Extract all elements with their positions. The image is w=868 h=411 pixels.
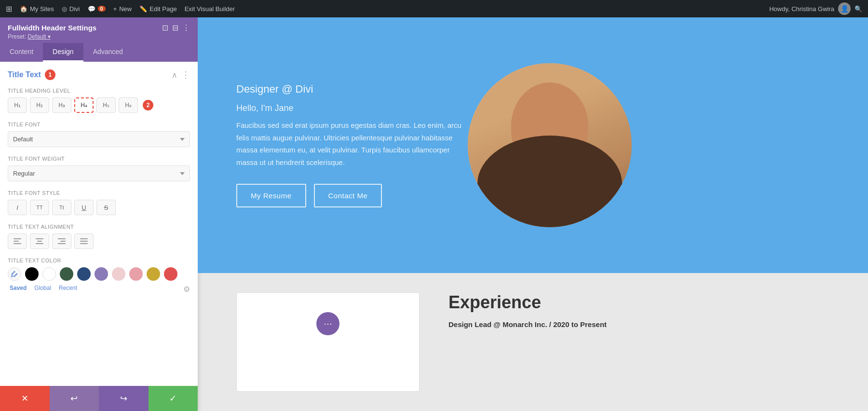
heading-h4-button[interactable]: H₄ (74, 97, 94, 113)
align-left-button[interactable] (8, 233, 27, 249)
align-center-icon (36, 238, 43, 244)
panel-header: Fullwidth Header Settings ⊡ ⊟ ⋮ Preset: … (0, 17, 198, 43)
title-font-style-label: Title Font Style (8, 190, 190, 196)
color-swatch-navy[interactable] (77, 267, 91, 281)
hero-name: Hello, I'm Jane (236, 103, 468, 113)
new-button[interactable]: + New (113, 5, 132, 13)
panel-footer: ✕ ↩ ↪ ✓ (0, 386, 198, 411)
color-swatch-gold[interactable] (147, 267, 160, 281)
title-font-weight-label: Title Font Weight (8, 156, 190, 162)
admin-bar-right: Howdy, Christina Gwira 👤 🔍 (769, 2, 862, 15)
saved-colors[interactable]: Saved (10, 285, 27, 294)
align-justify-icon (80, 238, 88, 244)
color-swatch-red[interactable] (164, 267, 177, 281)
search-icon[interactable]: 🔍 (854, 5, 862, 13)
panel-title: Fullwidth Header Settings (8, 24, 96, 32)
align-right-icon (58, 238, 66, 244)
style-buttons: I TT Tt U S (8, 200, 190, 215)
title-font-group: Title Font Default (8, 122, 190, 147)
resume-button[interactable]: My Resume (236, 184, 306, 207)
contact-button[interactable]: Contact Me (314, 184, 382, 207)
heading-h3-button[interactable]: H₃ (52, 97, 71, 113)
color-swatch-white[interactable] (42, 267, 56, 281)
cancel-icon: ✕ (21, 393, 28, 404)
badge-2: 2 (143, 100, 153, 110)
tab-advanced[interactable]: Advanced (83, 43, 133, 62)
options-icon[interactable]: ⋮ (181, 69, 190, 80)
more-icon[interactable]: ⋮ (182, 23, 190, 32)
save-button[interactable]: ✓ (149, 386, 198, 411)
redo-icon: ↪ (120, 393, 127, 404)
hero-buttons: My Resume Contact Me (236, 184, 468, 207)
recent-colors[interactable]: Recent (59, 285, 77, 294)
collapse-icon[interactable]: ∧ (172, 70, 177, 80)
title-font-select[interactable]: Default (8, 131, 190, 147)
align-justify-button[interactable] (74, 233, 94, 249)
uppercase-tt-button[interactable]: TT (30, 200, 49, 215)
heading-h6-button[interactable]: H₆ (119, 97, 138, 113)
user-avatar[interactable]: 👤 (838, 2, 851, 15)
experience-content: Experience Design Lead @ Monarch Inc. / … (448, 292, 829, 392)
color-swatches-row (8, 267, 190, 281)
layout-icon[interactable]: ⊟ (172, 23, 178, 32)
experience-title: Experience (448, 292, 829, 313)
section-header: Title Text 1 ∧ ⋮ (8, 69, 190, 80)
experience-chart-placeholder: ⋯ (236, 292, 420, 392)
title-text-color-group: Title Text Color Saved (8, 258, 190, 294)
tab-design[interactable]: Design (43, 43, 83, 62)
strikethrough-button[interactable]: S (96, 200, 116, 215)
my-sites-menu[interactable]: 🏠 My Sites (20, 5, 54, 13)
edit-page-button[interactable]: ✏️ Edit Page (139, 5, 176, 13)
hero-subtitle: Designer @ Divi (236, 83, 468, 96)
underline-button[interactable]: U (74, 200, 94, 215)
global-colors[interactable]: Global (34, 285, 51, 294)
tab-content[interactable]: Content (0, 43, 43, 62)
wordpress-icon[interactable]: ⊞ (6, 4, 12, 14)
heading-level-label: Title Heading Level (8, 88, 190, 94)
eyedropper-tool[interactable] (8, 267, 21, 281)
align-center-button[interactable] (30, 233, 49, 249)
capitalize-button[interactable]: Tt (52, 200, 71, 215)
title-font-style-group: Title Font Style I TT Tt U S (8, 190, 190, 215)
color-swatch-green[interactable] (60, 267, 73, 281)
comments-menu[interactable]: 💬 0 (88, 5, 106, 13)
page-preview: Designer @ Divi Hello, I'm Jane Faucibus… (198, 17, 868, 411)
title-text-color-label: Title Text Color (8, 258, 190, 263)
undo-button[interactable]: ↩ (50, 386, 99, 411)
color-swatch-pink-light[interactable] (112, 267, 125, 281)
cancel-button[interactable]: ✕ (0, 386, 50, 411)
badge-1: 1 (45, 69, 55, 80)
heading-h5-button[interactable]: H₅ (96, 97, 116, 113)
title-font-label: Title Font (8, 122, 190, 127)
panel-tabs: Content Design Advanced (0, 43, 198, 62)
settings-panel: Fullwidth Header Settings ⊡ ⊟ ⋮ Preset: … (0, 17, 198, 411)
color-settings-icon[interactable]: ⚙ (183, 285, 190, 294)
heading-h2-button[interactable]: H₂ (30, 97, 49, 113)
color-swatch-pink[interactable] (129, 267, 143, 281)
color-swatch-purple[interactable] (95, 267, 108, 281)
italic-button[interactable]: I (8, 200, 27, 215)
title-text-alignment-group: Title Text Alignment (8, 224, 190, 249)
panel-content: Title Text 1 ∧ ⋮ Title Heading Level H₁ … (0, 62, 198, 386)
divi-menu[interactable]: ◎ Divi (62, 5, 80, 13)
section-title: Title Text (8, 70, 41, 79)
experience-item: Design Lead @ Monarch Inc. / 2020 to Pre… (448, 320, 829, 329)
experience-section: ⋯ Experience Design Lead @ Monarch Inc. … (198, 273, 868, 411)
hero-portrait (468, 63, 632, 227)
resize-icon[interactable]: ⊡ (162, 23, 168, 32)
undo-icon: ↩ (70, 393, 78, 404)
hero-description: Faucibus sed sed erat ipsum purus egesta… (236, 119, 468, 168)
admin-bar: ⊞ 🏠 My Sites ◎ Divi 💬 0 + New ✏️ Edit Pa… (0, 0, 868, 17)
heading-buttons: H₁ H₂ H₃ H₄ H₅ H₆ 2 (8, 97, 190, 113)
title-font-weight-select[interactable]: Regular (8, 165, 190, 181)
title-text-alignment-label: Title Text Alignment (8, 224, 190, 230)
align-left-icon (14, 238, 21, 244)
align-right-button[interactable] (52, 233, 71, 249)
heading-h1-button[interactable]: H₁ (8, 97, 27, 113)
redo-button[interactable]: ↪ (99, 386, 149, 411)
divi-edit-circle[interactable]: ⋯ (316, 312, 339, 335)
portrait-image (468, 63, 632, 227)
color-swatch-black[interactable] (25, 267, 39, 281)
hero-text: Designer @ Divi Hello, I'm Jane Faucibus… (236, 83, 468, 207)
exit-builder-button[interactable]: Exit Visual Builder (185, 5, 235, 13)
